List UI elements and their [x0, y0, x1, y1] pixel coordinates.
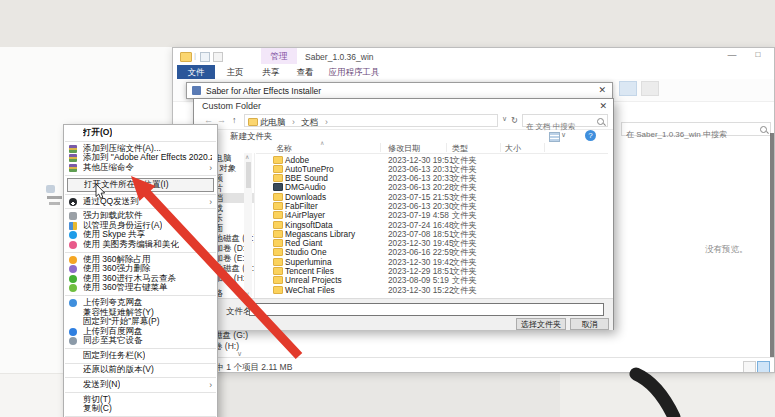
sync-icon	[69, 337, 77, 345]
search-icon	[760, 126, 767, 133]
large-icons-view-button[interactable]	[757, 361, 770, 373]
folder-icon	[273, 267, 283, 275]
file-row[interactable]: Red Giant2023-12-30 19:45文件夹	[256, 238, 608, 247]
file-row[interactable]: WeChat Files2023-12-30 15:22文件夹	[256, 284, 608, 293]
dialog-close-button[interactable]: ✕	[599, 101, 607, 111]
baidu-icon	[69, 328, 77, 336]
refresh-icon[interactable]: ↻	[511, 115, 518, 125]
column-header-size[interactable]: 大小	[505, 143, 521, 154]
file-row[interactable]: Tencent Files2023-12-29 18:51文件夹	[256, 266, 608, 275]
rar-icon	[69, 154, 77, 162]
uninstall-icon	[69, 212, 77, 220]
breadcrumb-this-pc[interactable]: 此电脑	[260, 117, 286, 129]
tab-file[interactable]: 文件	[177, 65, 215, 79]
tab-view[interactable]: 查看	[289, 65, 321, 79]
tab-application-tools[interactable]: 应用程序工具	[323, 65, 385, 79]
tree-scrollbar[interactable]: ∧ ∨	[244, 153, 252, 297]
header-separator	[544, 143, 545, 152]
dialog-search-box[interactable]	[522, 114, 608, 127]
minimize-button[interactable]: —	[721, 50, 743, 60]
file-row[interactable]: Adobe2023-12-30 19:51文件夹	[256, 154, 608, 163]
explorer-titlebar[interactable]: | 管理 Saber_1.0.36_win — □ ✕	[173, 48, 774, 65]
ribbon-tabs: 文件 主页 共享 查看 应用程序工具	[173, 65, 774, 79]
file-row[interactable]: Unreal Projects2023-08-09 5:19文件夹	[256, 275, 608, 284]
preview-pane-text: 没有预览。	[705, 244, 748, 256]
quick-access-icon[interactable]	[200, 52, 210, 62]
file-row[interactable]: Downloads2023-07-15 21:53文件夹	[256, 191, 608, 200]
context-menu-item[interactable]: 使用 美图秀秀编辑和美化	[64, 240, 217, 250]
menu-item-label: 打开(O)	[83, 127, 112, 139]
scroll-down-icon[interactable]: ∨	[245, 290, 249, 297]
view-layout-dropdown-icon[interactable]: ∨	[561, 131, 566, 139]
file-row[interactable]: i4AirPlayer2023-07-19 4:58文件夹	[256, 210, 608, 219]
scrollbar-thumb[interactable]	[246, 162, 251, 188]
column-header-date[interactable]: 修改日期	[388, 143, 420, 154]
file-row[interactable]: Megascans Library2023-07-08 18:51文件夹	[256, 228, 608, 237]
context-menu-item[interactable]: 发送到(N)›	[64, 380, 217, 390]
context-menu-item[interactable]: 同步至其它设备	[64, 337, 217, 347]
desktop-icon-fragment	[46, 185, 55, 193]
breadcrumb-documents[interactable]: 文档	[301, 117, 318, 129]
maximize-button[interactable]: □	[747, 50, 769, 59]
view-layout-icon[interactable]	[549, 132, 560, 142]
submenu-arrow-icon: ›	[205, 163, 212, 173]
tab-home[interactable]: 主页	[219, 65, 251, 79]
chevron-right-icon: ›	[292, 117, 295, 127]
close-button[interactable]: ✕	[769, 50, 775, 60]
quark-icon	[69, 299, 77, 307]
context-menu-item[interactable]: 固定到任务栏(K)	[64, 351, 217, 361]
scroll-up-icon[interactable]: ∧	[245, 153, 249, 160]
file-row[interactable]: Studio One2023-06-16 22:59文件夹	[256, 247, 608, 256]
file-row[interactable]: AutoTunePro2023-06-13 20:31文件夹	[256, 163, 608, 172]
manage-contextual-tab[interactable]: 管理	[261, 48, 297, 64]
dialog-navigation-bar: ← → ↑ 此电脑 › 文档 › ∨ ↻	[194, 113, 613, 130]
up-icon[interactable]: ↑	[232, 115, 237, 125]
chevron-right-icon: ›	[325, 117, 328, 127]
forward-icon[interactable]: →	[217, 115, 226, 125]
address-dropdown-icon[interactable]: ∨	[502, 115, 507, 123]
new-folder-button[interactable]: 新建文件夹	[230, 131, 273, 143]
cancel-button[interactable]: 取消	[570, 318, 609, 330]
column-header-name[interactable]: 名称	[276, 143, 292, 154]
context-menu-item[interactable]: 复制(C)	[64, 404, 217, 414]
explorer-search-box[interactable]	[621, 122, 771, 136]
menu-item-label: 发送到(N)	[83, 379, 120, 391]
context-menu-item[interactable]: 通过QQ发送到›	[64, 197, 217, 207]
header-separator	[380, 143, 381, 152]
window-title: Saber_1.0.36_win	[305, 52, 374, 62]
360scan-icon	[69, 275, 77, 283]
details-view-button[interactable]	[743, 361, 756, 373]
breadcrumb[interactable]: 此电脑 › 文档 ›	[244, 114, 498, 127]
submenu-arrow-icon: ›	[205, 197, 212, 207]
explorer-search-input[interactable]	[622, 129, 754, 139]
tab-share[interactable]: 共享	[255, 65, 287, 79]
quick-access-icon[interactable]	[213, 52, 223, 62]
360unlock-icon	[69, 256, 77, 264]
dialog-title: Custom Folder	[202, 101, 261, 111]
file-row[interactable]: FabFilter2023-06-13 20:30文件夹	[256, 200, 608, 209]
header-separator	[500, 143, 501, 152]
rar-icon	[69, 164, 77, 172]
context-menu-item[interactable]: 还原以前的版本(V)	[64, 366, 217, 376]
help-button[interactable]: ?	[585, 130, 596, 141]
select-folder-button[interactable]: 选择文件夹	[516, 318, 566, 330]
file-row[interactable]: BBE Sound2023-06-13 20:33文件夹	[256, 173, 608, 182]
file-row[interactable]: DMGAudio2023-06-13 20:28文件夹	[256, 182, 608, 191]
installer-window-title: Saber for After Effects Installer	[206, 86, 321, 96]
installer-close-button[interactable]: ✕	[598, 85, 606, 95]
shield-icon	[69, 222, 77, 230]
context-menu-item[interactable]: 打开(O)	[64, 127, 217, 139]
menu-item-label: 使用 美图秀秀编辑和美化	[83, 239, 179, 251]
folder-icon	[248, 118, 258, 126]
installer-window-titlebar[interactable]: Saber for After Effects Installer ✕	[186, 82, 613, 99]
menu-item-label: 打开文件所在的位置(I)	[84, 179, 169, 191]
folder-icon	[273, 286, 283, 294]
context-menu-item[interactable]: 其他压缩命令›	[64, 163, 217, 173]
filename-input[interactable]	[249, 303, 604, 316]
folder-icon	[273, 156, 283, 164]
context-menu-item[interactable]: 打开文件所在的位置(I)	[67, 178, 214, 192]
context-menu-item[interactable]: 使用 360管理右键菜单	[64, 284, 217, 294]
file-row[interactable]: Superlumina2023-12-30 19:42文件夹	[256, 256, 608, 265]
file-row[interactable]: KingsoftData2023-07-24 16:48文件夹	[256, 219, 608, 228]
column-header-type[interactable]: 类型	[452, 143, 468, 154]
